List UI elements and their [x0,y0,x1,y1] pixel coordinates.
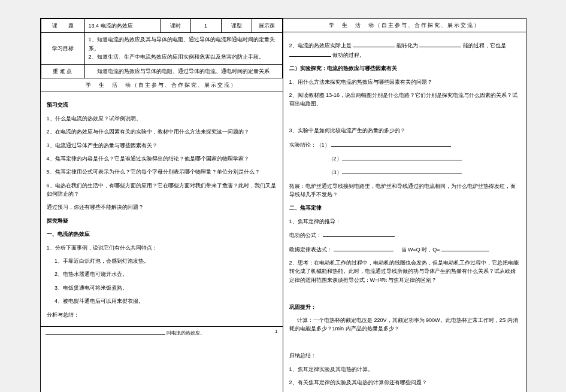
example-2: 2、电热水器通电可烧开水壶。 [47,270,277,278]
q5: 5、焦耳定律用公式可表示为什么？它的每个字母分别表示哪个物理量？单位分别是什么？ [47,168,277,176]
period-label: 课时 [160,19,190,33]
period-value: 1 [190,19,221,33]
example-4: 4、被电熨斗通电后可以用来熨衣服。 [47,297,277,305]
ohm-label: 欧姆定律表达式： [289,247,332,253]
q3: 3、电流通过导体产生的热量与哪些因素有关？ [47,141,277,150]
r-p2c: 做功的过程。 [332,52,365,58]
goal-text: 1、知道电流的热效应及其与导体的电阻、通过导体的电流和通电时间的定量关系。 2、… [84,33,282,64]
extension: 拓展：电炉丝通过导线接到电路里，电炉丝和导线通过的电流相同，为什么电炉丝热得发红… [289,182,520,199]
s2: 2、有关焦耳定律的实验及其电热的计算你还有哪些问题？ [289,378,520,387]
left-footer: 叫电流的热效应。 1 [41,326,283,339]
conclude-prompt: 分析与总结： [47,311,277,319]
w-label: 电功的公式： [289,232,322,238]
q1: 1、什么是电流的热效应？试举例说明。 [47,114,277,123]
activity-header-left: 学 生 活 动（自主参与、合作探究、展示交流） [41,78,283,92]
exp-conclusion: 实验结论：（1） （2） （3） [289,140,520,177]
r1: 1、用什么方法来探究电流的热效应与哪些因素有关的问题？ [289,78,520,86]
r-p2b: 能的过程，它也是 [463,42,506,48]
blank [353,41,395,47]
blank [289,50,331,57]
topic-label: 课 题 [41,19,84,33]
ohm-line: 欧姆定律表达式： 当 W=Q 时，Q= [289,245,520,254]
s1: 1、焦耳定律实验及其电热的计算。 [289,365,520,373]
r-p2: 2、电流的热效应实际上是 [289,42,352,48]
section-one: 一、电流的热效应 [47,230,277,238]
r-p2a: 能转化为 [396,42,418,48]
right-body: 2、电流的热效应实际上是 能转化为 能的过程，它也是 做功的过程。 二）实验探究… [283,32,526,392]
consolidate-heading: 巩固提升： [289,303,520,311]
blank [342,168,462,174]
joule-derive: 1、焦耳定律的推导： [289,217,520,226]
w-formula-line: 电功的公式： [289,230,520,239]
keypoint-text: 知道电流的热效应与导体的电阻、通过导体的电流、通电时间的定量关系 [84,64,282,78]
q6: 6、电热在我们的生活中，有哪些方面的应用？它在哪些方面对我们带来了危害？此时，我… [47,181,277,199]
type-value: 展示课 [252,19,282,33]
analyze-prompt: 1、分析下面事例，说说它们有什么共同特点： [47,244,277,252]
q4: 4、焦耳定律的内容是什么？它是谁通过实验得出的结论？他是哪个国家的物理学家？ [47,154,277,163]
topic: 13.4 电流的热效应 [84,19,160,33]
blank-callout [46,328,165,335]
type-label: 课型 [221,19,252,33]
section-two-heading: 二）实验探究：电流的热效应与哪些因素有关 [289,64,520,72]
preview-heading: 预习交流 [47,101,277,109]
page-number: 1 [275,328,277,336]
example-3: 3、电饭煲通电可将米饭煮熟。 [47,284,277,292]
blank [342,154,462,160]
r2: 2、阅读教材图 13-16，说出两幅图分别是什么电路？它们分别是探究电流与什么因… [289,91,520,108]
r3: 3、实验中是如何比较电流产生的热量的多少的？ [289,126,520,135]
goal-label: 学习目标 [41,33,84,64]
blank [334,245,394,251]
keypoint-label: 重 难 点 [41,64,84,78]
when-label: 当 W=Q 时，Q= [401,247,440,253]
q7: 通过预习，你还有哪些不能解决的问题？ [47,203,277,211]
q2: 2、在电流的热效应与什么因素有关的实验中，教材中用什么方法来探究这一问题的？ [47,127,277,136]
blank [331,140,451,147]
blank [441,245,489,251]
activity-header-right: 学 生 活 动（自主参与、合作探究、展示交流） [283,19,526,32]
left-body: 预习交流 1、什么是电流的热效应？试举例说明。 2、在电流的热效应与什么因素有关… [41,92,283,326]
exp-conclusion-label: 实验结论：（1） [289,142,330,148]
j2: 2、思考：在电动机工作的过程中，电动机的线圈也会发热，但是电动机工作过程中，它总… [289,259,520,284]
example-1: 1、手靠近白炽灯泡，会感到灯泡发热。 [47,257,277,265]
lesson-meta-table: 课 题 13.4 电流的热效应 课时 1 课型 展示课 学习目标 1、知道电流的… [41,19,283,78]
joule-heading: 二、焦耳定律 [289,203,520,212]
calc-problem: 计算：一个电热杯的额定电压是 220V，其额定功率为 900W。此电热杯正常工作… [289,316,520,333]
summary-heading: 归纳总结： [289,351,520,360]
r-p2-line: 2、电流的热效应实际上是 能转化为 能的过程，它也是 做功的过程。 [289,41,520,59]
blank [419,41,461,47]
explore-heading: 探究释疑 [47,217,277,225]
blank [323,230,395,237]
callout-text: 叫电流的热效应。 [167,330,205,336]
